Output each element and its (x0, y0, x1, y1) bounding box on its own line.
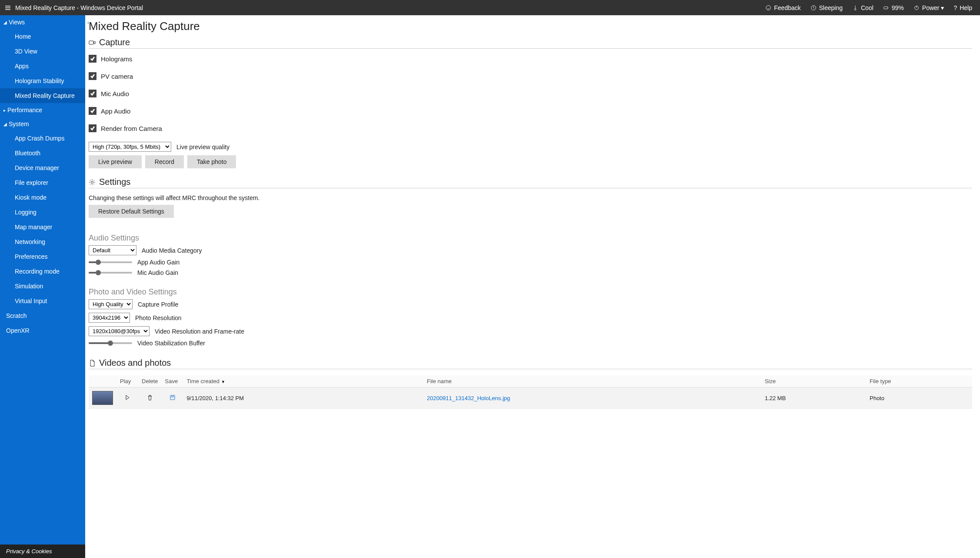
sidebar-item-virtual-input[interactable]: Virtual Input (0, 294, 85, 308)
audio-category-label: Audio Media Category (142, 247, 202, 254)
checkbox-icon (89, 72, 96, 80)
main-content: Mixed Reality Capture Capture Holograms … (85, 15, 980, 558)
cell-size: 1.22 MB (761, 388, 866, 409)
video-stabilization-slider[interactable] (89, 342, 132, 344)
sidebar-item-hologram-stability[interactable]: Hologram Stability (0, 74, 85, 88)
sidebar-item-crash-dumps[interactable]: App Crash Dumps (0, 131, 85, 146)
checkbox-pv-camera[interactable]: PV camera (89, 72, 972, 80)
help-label: Help (960, 4, 972, 11)
sidebar-item-networking[interactable]: Networking (0, 234, 85, 249)
col-file[interactable]: File name (423, 375, 761, 388)
hamburger-icon[interactable] (0, 4, 15, 11)
status-cool[interactable]: Cool (852, 4, 874, 11)
sidebar-item-3dview[interactable]: 3D View (0, 44, 85, 59)
sidebar-item-map-manager[interactable]: Map manager (0, 220, 85, 234)
help-button[interactable]: ? Help (953, 4, 972, 11)
sidebar-item-bluetooth[interactable]: Bluetooth (0, 146, 85, 160)
capture-profile-label: Capture Profile (138, 301, 178, 308)
checkbox-icon (89, 124, 96, 132)
quality-select[interactable]: High (720p, 30fps, 5 Mbits) (89, 142, 171, 152)
mic-audio-gain-label: Mic Audio Gain (137, 269, 178, 276)
video-resolution-label: Video Resolution and Frame-rate (155, 328, 244, 335)
record-button[interactable]: Record (145, 155, 184, 168)
svg-rect-3 (884, 7, 888, 9)
video-stabilization-label: Video Stabilization Buffer (137, 340, 205, 347)
col-play[interactable]: Play (116, 375, 138, 388)
status-battery[interactable]: 99% (883, 4, 904, 11)
battery-label: 99% (892, 4, 904, 11)
sidebar-item-recording-mode[interactable]: Recording mode (0, 264, 85, 279)
live-preview-button[interactable]: Live preview (89, 155, 142, 168)
sidebar-item-openxr[interactable]: OpenXR (0, 323, 85, 338)
col-save[interactable]: Save (162, 375, 183, 388)
camera-icon (89, 39, 96, 46)
cool-label: Cool (861, 4, 874, 11)
settings-hint: Changing these settings will affect MRC … (89, 194, 972, 201)
photo-resolution-label: Photo Resolution (135, 314, 182, 321)
cell-type: Photo (866, 388, 972, 409)
checkbox-icon (89, 107, 96, 115)
sidebar-item-home[interactable]: Home (0, 29, 85, 44)
sidebar-item-device-manager[interactable]: Device manager (0, 160, 85, 175)
sidebar-item-preferences[interactable]: Preferences (0, 249, 85, 264)
col-size[interactable]: Size (761, 375, 866, 388)
checkbox-holograms[interactable]: Holograms (89, 55, 972, 63)
col-time[interactable]: Time created▼ (183, 375, 424, 388)
mic-audio-gain-slider[interactable] (89, 272, 132, 274)
sidebar-item-logging[interactable]: Logging (0, 205, 85, 220)
restore-defaults-button[interactable]: Restore Default Settings (89, 205, 174, 218)
privacy-cookies-link[interactable]: Privacy & Cookies (0, 545, 85, 558)
power-label: Power ▾ (922, 4, 944, 11)
sidebar-item-apps[interactable]: Apps (0, 59, 85, 74)
gear-icon (89, 179, 96, 186)
svg-point-0 (766, 5, 771, 10)
video-resolution-select[interactable]: 1920x1080@30fps (89, 326, 149, 336)
power-button[interactable]: Power ▾ (914, 4, 944, 11)
audio-settings-heading: Audio Settings (89, 234, 972, 243)
checkbox-mic-audio[interactable]: Mic Audio (89, 90, 972, 97)
col-delete[interactable]: Delete (138, 375, 162, 388)
sidebar-section-performance[interactable]: ▸ Performance (0, 103, 85, 117)
feedback-button[interactable]: Feedback (765, 4, 801, 11)
topbar: Mixed Reality Capture - Windows Device P… (0, 0, 980, 15)
section-media-header: Videos and photos (89, 358, 972, 369)
sidebar-item-kiosk-mode[interactable]: Kiosk mode (0, 190, 85, 205)
checkbox-app-audio[interactable]: App Audio (89, 107, 972, 115)
status-sleeping[interactable]: Sleeping (811, 4, 843, 11)
play-icon[interactable] (124, 395, 130, 402)
app-audio-gain-slider[interactable] (89, 261, 132, 263)
capture-profile-select[interactable]: High Quality (89, 299, 133, 309)
svg-rect-5 (89, 41, 93, 44)
cell-time: 9/11/2020, 1:14:32 PM (183, 388, 424, 409)
audio-category-select[interactable]: Default (89, 245, 136, 255)
page-title: Mixed Reality Capture (89, 20, 972, 33)
window-title: Mixed Reality Capture - Windows Device P… (15, 4, 143, 11)
caret-right-icon: ▸ (3, 108, 6, 113)
delete-icon[interactable] (147, 395, 153, 402)
sidebar-item-file-explorer[interactable]: File explorer (0, 175, 85, 190)
col-type[interactable]: File type (866, 375, 972, 388)
feedback-label: Feedback (774, 4, 801, 11)
cell-filename[interactable]: 20200911_131432_HoloLens.jpg (427, 395, 510, 401)
checkbox-icon (89, 55, 96, 63)
svg-point-2 (854, 8, 856, 10)
file-icon (89, 360, 96, 367)
help-icon: ? (953, 4, 957, 11)
sidebar-section-system[interactable]: ◢ System (0, 117, 85, 131)
sidebar-item-simulation[interactable]: Simulation (0, 279, 85, 294)
take-photo-button[interactable]: Take photo (187, 155, 236, 168)
section-settings-header: Settings (89, 177, 972, 188)
sidebar: ‹ ◢ Views Home 3D View Apps Hologram Sta… (0, 15, 85, 558)
photo-video-settings-heading: Photo and Video Settings (89, 287, 972, 297)
thumbnail (92, 391, 113, 405)
sidebar-collapse-icon[interactable]: ‹ (85, 19, 91, 27)
svg-point-6 (91, 181, 93, 183)
sidebar-item-mixed-reality-capture[interactable]: Mixed Reality Capture (0, 88, 85, 103)
save-icon[interactable] (169, 395, 176, 402)
checkbox-render-from-camera[interactable]: Render from Camera (89, 124, 972, 132)
photo-resolution-select[interactable]: 3904x2196 (89, 313, 130, 323)
sidebar-section-views[interactable]: ◢ Views (0, 15, 85, 29)
caret-down-icon: ◢ (3, 20, 7, 25)
caret-down-icon: ◢ (3, 122, 7, 127)
sidebar-item-scratch[interactable]: Scratch (0, 308, 85, 323)
